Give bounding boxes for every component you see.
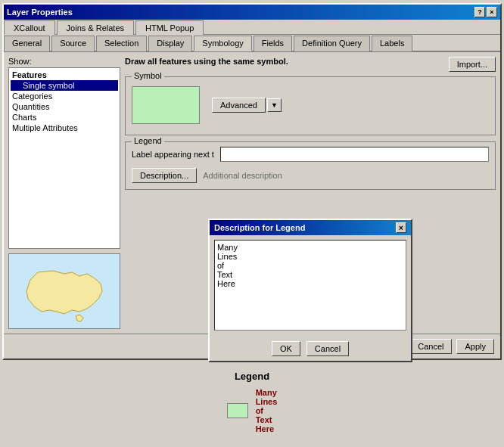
tab-source[interactable]: Source [51, 36, 95, 51]
tab-fields[interactable]: Fields [254, 36, 292, 51]
tab-definition-query[interactable]: Definition Query [294, 36, 370, 51]
cancel-button[interactable]: Cancel [409, 339, 452, 354]
show-item-multiple-attributes[interactable]: Multiple Attributes [11, 123, 118, 133]
legend-label-row: Label appearing next t [132, 147, 489, 162]
legend-group-label: Legend [132, 136, 164, 145]
show-list: Features Single symbol Categories Quanti… [8, 67, 120, 249]
title-bar: Layer Properties ? × [4, 5, 500, 20]
additional-description-label: Additional description [203, 171, 282, 180]
modal-cancel-button[interactable]: Cancel [306, 341, 349, 356]
australia-svg [11, 257, 117, 325]
modal-title-bar: Description for Legend × [210, 220, 411, 235]
modal-title-text: Description for Legend [214, 223, 305, 232]
close-button[interactable]: × [487, 7, 497, 17]
description-row: Description... Additional description [132, 168, 489, 183]
tabs-row2: General Source Selection Display Symbolo… [4, 35, 500, 52]
symbol-group: Symbol Advanced ▼ [125, 76, 496, 135]
tab-symbology[interactable]: Symbology [194, 36, 251, 51]
description-dialog: Description for Legend × Many Lines of T… [208, 219, 412, 362]
tab-labels[interactable]: Labels [372, 36, 412, 51]
left-panel: Show: Features Single symbol Categories … [8, 57, 120, 329]
tab-general[interactable]: General [4, 36, 50, 51]
show-item-features[interactable]: Features [11, 70, 118, 80]
tab-selection[interactable]: Selection [96, 36, 147, 51]
show-label: Show: [8, 57, 120, 66]
description-textarea[interactable]: Many Lines of Text Here [214, 240, 406, 331]
label-appearing-text: Label appearing next t [132, 150, 214, 159]
help-button[interactable]: ? [474, 7, 485, 17]
legend-preview-title: Legend [15, 371, 489, 382]
map-preview [8, 253, 120, 329]
tab-xcallout[interactable]: XCallout [4, 20, 55, 35]
show-item-categories[interactable]: Categories [11, 91, 118, 101]
advanced-button[interactable]: Advanced [212, 98, 266, 113]
symbol-area: Advanced ▼ [132, 82, 489, 129]
tab-html-popup[interactable]: HTML Popup [135, 20, 204, 35]
tab-display[interactable]: Display [148, 36, 192, 51]
main-content: Show: Features Single symbol Categories … [4, 52, 500, 359]
show-item-charts[interactable]: Charts [11, 112, 118, 123]
advanced-button-group: Advanced ▼ [212, 98, 282, 113]
show-item-single-symbol[interactable]: Single symbol [11, 80, 118, 91]
tab-joins-relates[interactable]: Joins & Relates [57, 20, 134, 35]
apply-button[interactable]: Apply [456, 339, 494, 354]
window-title: Layer Properties [7, 8, 73, 17]
advanced-dropdown-button[interactable]: ▼ [267, 98, 282, 112]
legend-preview-section: Legend ManyLinesofTextHere [0, 363, 504, 441]
legend-preview-swatch [227, 403, 248, 418]
title-bar-buttons: ? × [474, 7, 497, 17]
symbol-swatch[interactable] [132, 86, 200, 124]
show-item-quantities[interactable]: Quantities [11, 101, 118, 112]
legend-label-input[interactable] [220, 147, 489, 162]
modal-ok-button[interactable]: OK [272, 341, 300, 356]
legend-preview-content: ManyLinesofTextHere [15, 388, 489, 433]
layer-properties-window: Layer Properties ? × XCallout Joins & Re… [2, 3, 502, 360]
symbol-group-label: Symbol [132, 71, 164, 80]
modal-close-button[interactable]: × [396, 222, 406, 233]
draw-text: Draw all features using the same symbol. [125, 57, 288, 66]
tabs-row1: XCallout Joins & Relates HTML Popup [4, 20, 500, 35]
modal-body: Many Lines of Text Here [210, 235, 411, 337]
description-button[interactable]: Description... [132, 168, 197, 183]
legend-group: Legend Label appearing next t Descriptio… [125, 141, 496, 190]
legend-preview-text: ManyLinesofTextHere [256, 388, 278, 433]
import-button[interactable]: Import... [449, 57, 496, 72]
modal-buttons: OK Cancel [210, 337, 411, 361]
